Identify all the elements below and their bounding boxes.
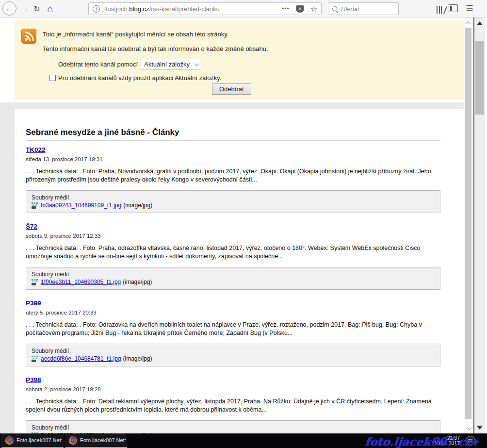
search-placeholder: Hledat bbox=[341, 5, 359, 13]
media-file-type: (image/jpg) bbox=[123, 279, 152, 286]
banner-text-line1: Toto je „informační kanál“ poskytující m… bbox=[43, 20, 464, 38]
media-file-icon bbox=[32, 202, 38, 209]
firefox-icon bbox=[69, 436, 77, 445]
scroll-up-icon[interactable] bbox=[464, 18, 473, 27]
feed-panel: Sebrané mesydže a jiné básně - Články TK… bbox=[15, 109, 464, 433]
outer-scroll-down-icon[interactable] bbox=[477, 426, 483, 430]
inner-scrollbar[interactable] bbox=[464, 17, 473, 433]
subscribe-button[interactable]: Odebírat bbox=[212, 83, 251, 95]
outer-scrollbar[interactable] bbox=[474, 17, 485, 433]
firefox-icon bbox=[5, 436, 14, 445]
article-date: sobota 2. prosince 2017 19:28 bbox=[26, 386, 440, 393]
page-actions-icon[interactable]: ••• bbox=[282, 5, 290, 12]
media-file-type: (image/jpg) bbox=[123, 202, 152, 209]
feed-title: Sebrané mesydže a jiné básně - Články bbox=[26, 127, 440, 141]
media-file-link[interactable]: 1f00ee3b11_104690305_t1.jpg bbox=[41, 279, 121, 286]
taskbar-button-label: Foto.ljacek007.Net: ... bbox=[80, 437, 127, 443]
article-date: středa 13. prosince 2017 19:31 bbox=[26, 156, 440, 163]
article-description: . . . Technická data: . Foto: Praha, odr… bbox=[26, 244, 440, 261]
forward-icon: → bbox=[21, 4, 29, 13]
taskbar-button-label: Foto.ljacek007.Net: ... bbox=[16, 437, 64, 443]
media-file-type: (image/jpg) bbox=[123, 355, 152, 363]
media-file-link[interactable]: fb3aa09243_104699109_t1.jpg bbox=[41, 202, 121, 209]
site-info-icon[interactable]: i bbox=[93, 5, 100, 13]
home-button[interactable]: ⌂ bbox=[44, 2, 56, 15]
forward-button[interactable]: → bbox=[19, 3, 31, 15]
search-input[interactable]: Hledat bbox=[328, 2, 399, 15]
media-box: Soubory médií 1f00ee3b11_104690305_t1.jp… bbox=[26, 267, 440, 290]
article-description: . . . Technická data: . Foto: Odrazovka … bbox=[26, 321, 440, 337]
page-content: Toto je „informační kanál“ poskytující m… bbox=[0, 17, 487, 433]
pocket-icon[interactable]: ∨ bbox=[296, 5, 304, 13]
reload-icon: ↻ bbox=[33, 4, 40, 14]
article-description: . . . Technická data: . Foto: Detail rek… bbox=[26, 398, 440, 414]
taskbar-button-firefox-1[interactable]: Foto.ljacek007.Net: ... bbox=[1, 433, 64, 448]
banner-text-line2: Tento informační kanál lze odebírat a bý… bbox=[43, 45, 464, 53]
url-domain: blog.cz bbox=[129, 5, 149, 13]
article-item: TK022 středa 13. prosince 2017 19:31 . .… bbox=[26, 145, 440, 213]
article-title-link[interactable]: P399 bbox=[26, 299, 41, 307]
always-use-checkbox[interactable] bbox=[49, 75, 56, 81]
feed-handler-selected-value: Aktuální záložky bbox=[144, 61, 190, 68]
always-use-checkbox-label: Pro odebírání kanálů vždy použít aplikac… bbox=[58, 74, 222, 82]
home-icon: ⌂ bbox=[47, 3, 53, 15]
article-item: P398 sobota 2. prosince 2017 19:28 . . .… bbox=[26, 375, 440, 433]
page-actions: ••• ∨ ☆ bbox=[282, 4, 317, 14]
article-title-link[interactable]: TK022 bbox=[26, 146, 46, 153]
url-bar[interactable]: i tlustjoch.blog.cz/rss-kanal/prehled-cl… bbox=[88, 2, 322, 15]
right-margin bbox=[485, 17, 487, 433]
plane-icon: ✈ bbox=[471, 437, 480, 448]
watermark-text: foto.ljacek007.cz bbox=[365, 435, 472, 448]
article-item: P399 úterý 5. prosince 2017 20:39 . . . … bbox=[26, 299, 440, 366]
article-date: sobota 9. prosince 2017 12:33 bbox=[26, 233, 440, 239]
feed-handler-select[interactable]: Aktuální záložky bbox=[141, 59, 201, 69]
media-box: Soubory médií aecdd6f86e_104684781_t1.jp… bbox=[26, 344, 440, 366]
url-text: tlustjoch.blog.cz/rss-kanal/prehled-clan… bbox=[104, 5, 282, 13]
browser-toolbar: ← → ↻ ⌂ i tlustjoch.blog.cz/rss-kanal/pr… bbox=[0, 0, 487, 17]
media-box: Soubory médií fb3aa09243_104699109_t1.jp… bbox=[26, 190, 440, 213]
media-files-label: Soubory médií bbox=[32, 194, 435, 201]
url-path: /rss-kanal/prehled-clanku bbox=[149, 5, 220, 13]
bookmark-star-icon[interactable]: ☆ bbox=[310, 4, 317, 14]
search-icon bbox=[332, 6, 337, 11]
rss-subscribe-banner: Toto je „informační kanál“ poskytující m… bbox=[15, 20, 464, 100]
reload-button[interactable]: ↻ bbox=[31, 3, 43, 15]
inner-scrollbar-thumb[interactable] bbox=[465, 28, 471, 419]
media-box: Soubory médií 5e09c65267_104678113_t1.jp… bbox=[26, 420, 440, 433]
chevron-down-icon bbox=[195, 61, 199, 66]
url-subdomain: tlustjoch. bbox=[104, 5, 129, 13]
media-file-icon bbox=[32, 356, 38, 362]
outer-scroll-up-icon[interactable] bbox=[477, 21, 483, 25]
subscribe-using-label: Odebírat tento kanál pomocí bbox=[58, 61, 138, 68]
article-title-link[interactable]: P398 bbox=[26, 376, 41, 383]
media-files-label: Soubory médií bbox=[32, 348, 435, 354]
article-item: Š72 sobota 9. prosince 2017 12:33 . . . … bbox=[26, 222, 440, 290]
media-file-icon bbox=[32, 279, 38, 285]
media-files-label: Soubory médií bbox=[32, 424, 435, 431]
hamburger-menu-icon[interactable]: ☰ bbox=[463, 2, 476, 15]
back-button[interactable]: ← bbox=[2, 1, 16, 16]
photo-watermark: foto.ljacek007.cz✈ bbox=[365, 435, 480, 448]
rss-feed-icon bbox=[21, 29, 36, 44]
outer-scrollbar-thumb[interactable] bbox=[475, 41, 484, 115]
library-icon[interactable] bbox=[435, 4, 446, 14]
sidebar-toggle-icon[interactable] bbox=[449, 4, 458, 12]
back-icon: ← bbox=[6, 4, 14, 13]
article-title-link[interactable]: Š72 bbox=[26, 223, 37, 230]
taskbar-button-firefox-2[interactable]: Foto.ljacek007.Net: ... bbox=[65, 433, 127, 448]
scroll-down-icon[interactable] bbox=[464, 424, 473, 432]
media-file-link[interactable]: aecdd6f86e_104684781_t1.jpg bbox=[41, 355, 121, 363]
media-files-label: Soubory médií bbox=[32, 271, 435, 278]
article-date: úterý 5. prosince 2017 20:39 bbox=[26, 310, 440, 316]
article-description: . . . Technická data: . Foto: Praha, Nov… bbox=[26, 167, 440, 184]
